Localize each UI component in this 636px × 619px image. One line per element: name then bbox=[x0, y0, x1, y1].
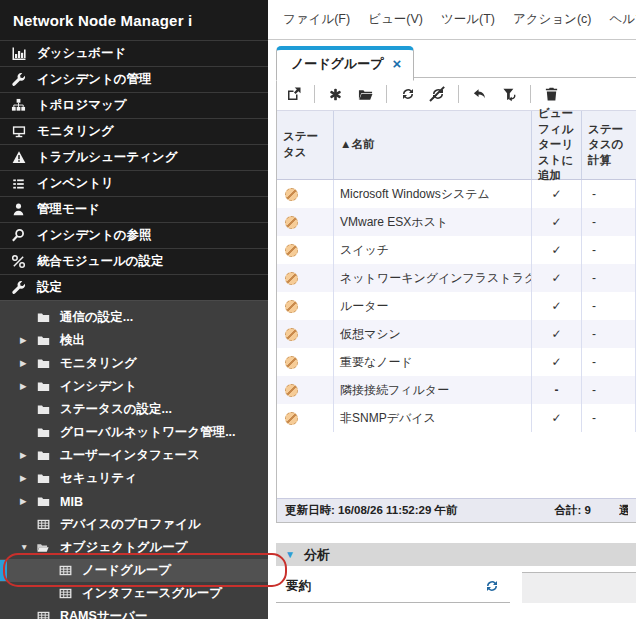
name-cell: ネットワーキングインフラストラクチャデ bbox=[334, 264, 532, 292]
no-status-icon bbox=[285, 356, 298, 369]
table-row[interactable]: 非SNMPデバイス ✓ - bbox=[277, 404, 636, 432]
analysis-title: 分析 bbox=[304, 546, 330, 564]
expand-arrow[interactable]: ▶ bbox=[20, 382, 35, 391]
tree-item-user-interface[interactable]: ▶ ユーザーインタフェース bbox=[0, 444, 268, 467]
tree-item-global-network-management[interactable]: グローバルネットワーク管理... bbox=[0, 421, 268, 444]
name-cell: VMware ESXホスト bbox=[334, 208, 532, 236]
sidebar-item-management-mode[interactable]: 管理モード bbox=[0, 196, 268, 222]
view-filter-cell: ✓ bbox=[532, 320, 582, 348]
sidebar-item-label: トポロジマップ bbox=[37, 97, 127, 114]
table-header: ステータス ▲名前 ビューフィルターリストに追加 ステータスの計算 bbox=[277, 110, 636, 180]
folder-icon bbox=[35, 310, 51, 326]
table-row[interactable]: ルーター ✓ - bbox=[277, 292, 636, 320]
table-row[interactable]: ネットワーキングインフラストラクチャデ ✓ - bbox=[277, 264, 636, 292]
chevron-down-icon[interactable]: ▼ bbox=[285, 549, 295, 560]
sidebar-item-incident-management[interactable]: インシデントの管理 bbox=[0, 66, 268, 92]
tree-item-mib[interactable]: ▶ MIB bbox=[0, 490, 268, 513]
expand-arrow[interactable]: ▶ bbox=[20, 451, 35, 460]
sidebar-item-troubleshooting[interactable]: トラブルシューティング bbox=[0, 144, 268, 170]
no-status-icon bbox=[285, 300, 298, 313]
folder-icon bbox=[35, 379, 51, 395]
expand-arrow[interactable]: ▶ bbox=[20, 359, 35, 368]
folder-icon bbox=[35, 494, 51, 510]
wrench-icon bbox=[9, 71, 28, 88]
folder-icon bbox=[35, 448, 51, 464]
tree-item-discovery[interactable]: ▶ 検出 bbox=[0, 329, 268, 352]
table-row[interactable]: 隣接接続フィルター - - bbox=[277, 376, 636, 404]
restore-filter-icon[interactable] bbox=[500, 85, 519, 104]
toolbar-separator bbox=[530, 85, 531, 103]
menubar: ファイル(F) ビュー(V) ツール(T) アクション(c) ヘルプ bbox=[268, 0, 636, 40]
close-icon[interactable]: × bbox=[393, 59, 402, 69]
sidebar-item-label: 統合モジュールの設定 bbox=[37, 253, 163, 270]
folder-icon bbox=[35, 333, 51, 349]
sidebar-item-incident-browsing[interactable]: インシデントの参照 bbox=[0, 222, 268, 248]
sidebar-item-monitoring[interactable]: モニタリング bbox=[0, 118, 268, 144]
column-header-name[interactable]: ▲名前 bbox=[334, 111, 532, 179]
status-calc-cell: - bbox=[582, 208, 636, 236]
tab-node-groups[interactable]: ノードグループ × bbox=[276, 46, 414, 81]
tree-item-status-configuration[interactable]: ステータスの設定... bbox=[0, 398, 268, 421]
status-calc-cell: - bbox=[582, 292, 636, 320]
column-header-status[interactable]: ステータス bbox=[277, 111, 334, 179]
sidebar-item-configuration[interactable]: 設定 bbox=[0, 274, 268, 300]
table-row[interactable]: Microsoft Windowsシステム ✓ - bbox=[277, 180, 636, 208]
table-row[interactable]: 重要なノード ✓ - bbox=[277, 348, 636, 376]
tree-item-incidents[interactable]: ▶ インシデント bbox=[0, 375, 268, 398]
new-icon[interactable] bbox=[326, 85, 345, 104]
menu-view[interactable]: ビュー(V) bbox=[368, 11, 423, 28]
refresh-icon[interactable] bbox=[398, 85, 417, 104]
table-icon bbox=[57, 563, 73, 579]
sidebar-item-label: 設定 bbox=[37, 279, 62, 296]
delete-icon[interactable] bbox=[542, 85, 561, 104]
tree-item-security[interactable]: ▶ セキュリティ bbox=[0, 467, 268, 490]
menu-file[interactable]: ファイル(F) bbox=[283, 11, 350, 28]
menu-help[interactable]: ヘルプ bbox=[609, 11, 636, 28]
no-status-icon bbox=[285, 412, 298, 425]
name-cell: Microsoft Windowsシステム bbox=[334, 180, 532, 208]
search-icon bbox=[9, 227, 28, 244]
table-row[interactable]: VMware ESXホスト ✓ - bbox=[277, 208, 636, 236]
tree-item-interface-groups[interactable]: インタフェースグループ bbox=[0, 582, 268, 605]
column-header-view-filter[interactable]: ビューフィルターリストに追加 bbox=[532, 111, 582, 179]
name-cell: スイッチ bbox=[334, 236, 532, 264]
column-header-status-calc[interactable]: ステータスの計算 bbox=[582, 111, 636, 179]
summary-title: 要約 bbox=[286, 578, 311, 595]
analysis-header[interactable]: ▼ 分析 bbox=[276, 543, 636, 566]
refresh-icon[interactable] bbox=[484, 578, 500, 594]
tree-item-node-groups[interactable]: ノードグループ bbox=[0, 559, 268, 582]
open-folder-icon[interactable] bbox=[356, 85, 375, 104]
tree-item-communication-configuration[interactable]: 通信の設定... bbox=[0, 306, 268, 329]
table-row[interactable]: 仮想マシン ✓ - bbox=[277, 320, 636, 348]
dashboard-icon bbox=[9, 45, 28, 62]
refresh-stop-icon[interactable] bbox=[428, 85, 447, 104]
expand-arrow[interactable]: ▶ bbox=[20, 474, 35, 483]
sidebar-item-dashboard[interactable]: ダッシュボード bbox=[0, 40, 268, 66]
folder-icon bbox=[35, 356, 51, 372]
inventory-icon bbox=[9, 175, 28, 192]
status-cell bbox=[277, 208, 334, 236]
sidebar-item-integration-module[interactable]: 統合モジュールの設定 bbox=[0, 248, 268, 274]
expand-arrow[interactable]: ▶ bbox=[20, 497, 35, 506]
tree-item-device-profiles[interactable]: デバイスのプロファイル bbox=[0, 513, 268, 536]
menu-tools[interactable]: ツール(T) bbox=[441, 11, 495, 28]
table-row[interactable]: スイッチ ✓ - bbox=[277, 236, 636, 264]
menu-actions[interactable]: アクション(c) bbox=[513, 11, 592, 28]
toolbar-separator bbox=[314, 85, 315, 103]
status-cell bbox=[277, 404, 334, 432]
undo-icon[interactable] bbox=[470, 85, 489, 104]
view-filter-cell: ✓ bbox=[532, 348, 582, 376]
no-status-icon bbox=[285, 216, 298, 229]
open-in-new-window-icon[interactable] bbox=[284, 85, 303, 104]
view-filter-cell: ✓ bbox=[532, 404, 582, 432]
view-filter-cell: ✓ bbox=[532, 264, 582, 292]
tree-item-monitoring[interactable]: ▶ モニタリング bbox=[0, 352, 268, 375]
collapse-arrow[interactable]: ▼ bbox=[20, 543, 35, 552]
expand-arrow[interactable]: ▶ bbox=[20, 336, 35, 345]
toolbar-separator bbox=[386, 85, 387, 103]
sidebar-item-inventory[interactable]: インベントリ bbox=[0, 170, 268, 196]
sidebar-item-topology-maps[interactable]: トポロジマップ bbox=[0, 92, 268, 118]
no-status-icon bbox=[285, 384, 298, 397]
tree-item-rams-servers[interactable]: RAMSサーバー bbox=[0, 605, 268, 619]
tree-item-object-groups[interactable]: ▼ オブジェクトグループ bbox=[0, 536, 268, 559]
